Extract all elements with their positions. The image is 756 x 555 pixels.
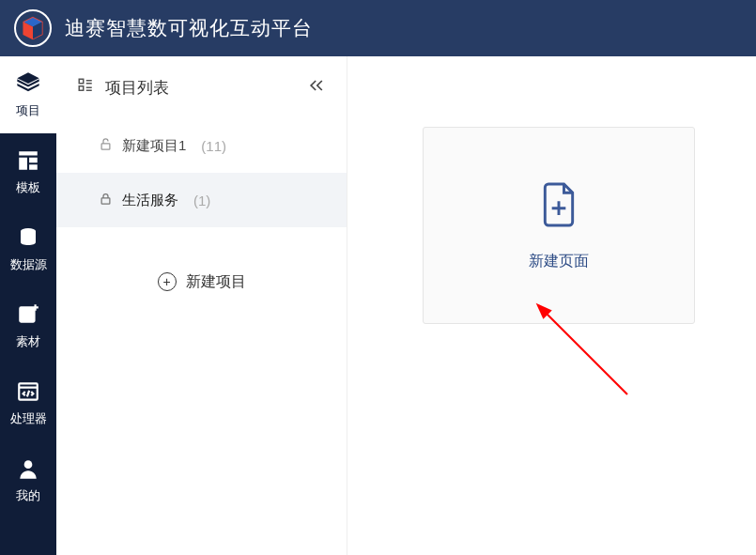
person-icon xyxy=(15,455,41,482)
icon-sidebar: 项目 模板 数据源 素材 处理器 xyxy=(0,56,56,555)
new-project-button[interactable]: + 新建项目 xyxy=(56,244,347,319)
project-count: (1) xyxy=(193,193,210,208)
sidebar-item-template[interactable]: 模板 xyxy=(0,133,56,210)
list-grid-icon xyxy=(77,77,94,99)
content-area: 新建页面 xyxy=(347,56,756,555)
project-list-header: 项目列表 xyxy=(56,56,347,118)
project-list-panel: 项目列表 新建项目1 (11) 生活服务 (1) + 新建项目 xyxy=(56,56,347,555)
plus-circle-icon: + xyxy=(158,272,177,291)
sidebar-item-label: 项目 xyxy=(16,102,40,119)
project-name: 新建项目1 xyxy=(122,137,186,155)
template-icon xyxy=(15,147,41,174)
project-count: (11) xyxy=(201,138,226,154)
app-logo xyxy=(14,9,52,47)
database-icon xyxy=(15,224,41,251)
code-window-icon xyxy=(15,378,41,405)
svg-rect-8 xyxy=(79,85,84,90)
layers-icon xyxy=(15,70,41,97)
app-header: 迪赛智慧数可视化互动平台 xyxy=(0,0,756,56)
svg-rect-13 xyxy=(101,144,110,149)
sidebar-item-label: 模板 xyxy=(16,179,40,196)
new-page-card[interactable]: 新建页面 xyxy=(423,127,695,324)
new-page-label: 新建页面 xyxy=(529,252,589,271)
sidebar-item-project[interactable]: 项目 xyxy=(0,56,56,133)
svg-point-6 xyxy=(24,460,33,469)
project-item[interactable]: 生活服务 (1) xyxy=(56,173,347,227)
sidebar-item-processor[interactable]: 处理器 xyxy=(0,364,56,441)
sidebar-item-label: 素材 xyxy=(16,333,40,350)
sidebar-item-label: 我的 xyxy=(16,487,40,504)
new-project-label: 新建项目 xyxy=(186,272,246,292)
image-plus-icon xyxy=(15,301,41,328)
sidebar-item-label: 处理器 xyxy=(10,410,47,427)
app-title: 迪赛智慧数可视化互动平台 xyxy=(65,15,313,41)
lock-icon xyxy=(99,192,113,208)
file-plus-icon xyxy=(538,180,579,233)
project-item[interactable]: 新建项目1 (11) xyxy=(56,118,347,173)
sidebar-item-assets[interactable]: 素材 xyxy=(0,287,56,364)
sidebar-item-label: 数据源 xyxy=(10,256,47,273)
svg-rect-14 xyxy=(101,198,110,204)
svg-rect-7 xyxy=(79,79,84,84)
svg-line-15 xyxy=(545,312,627,394)
project-list-title: 项目列表 xyxy=(105,77,169,99)
lock-open-icon xyxy=(99,137,113,154)
sidebar-item-datasource[interactable]: 数据源 xyxy=(0,210,56,287)
sidebar-item-mine[interactable]: 我的 xyxy=(0,441,56,518)
collapse-button[interactable] xyxy=(307,78,326,98)
project-name: 生活服务 xyxy=(122,192,178,209)
